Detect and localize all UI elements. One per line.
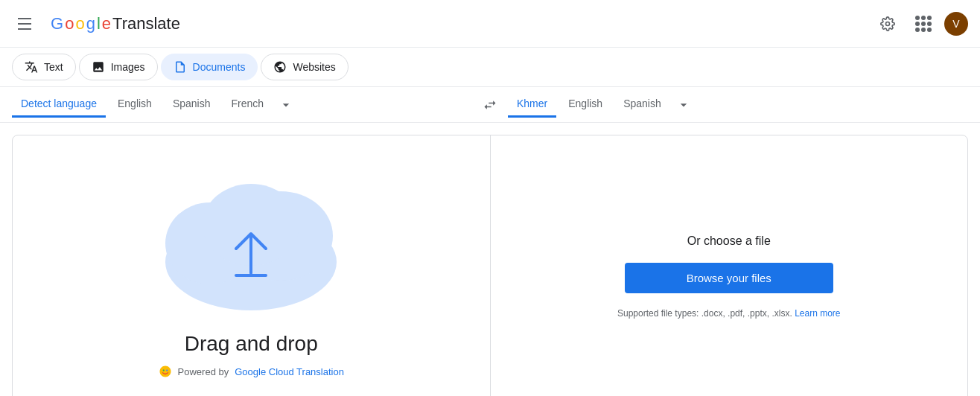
source-lang-english[interactable]: English (109, 92, 161, 118)
language-bar: Detect language English Spanish French K… (0, 87, 980, 123)
app-logo: Google Translate (51, 14, 180, 33)
logo-o2: o (75, 14, 84, 33)
tab-images-label: Images (111, 61, 145, 73)
cloud-upload-icon (147, 165, 355, 314)
image-icon (92, 60, 105, 74)
gear-icon (880, 16, 895, 31)
source-lang-more-button[interactable] (276, 92, 296, 118)
logo-l: l (97, 14, 101, 33)
avatar[interactable]: V (944, 12, 968, 36)
tab-text[interactable]: Text (12, 54, 76, 80)
powered-by-prefix: Powered by (178, 366, 229, 377)
supported-types-text: Supported file types: .docx, .pdf, .pptx… (617, 308, 841, 319)
tab-documents-label: Documents (193, 61, 246, 73)
browse-files-panel: Or choose a file Browse your files Suppo… (491, 135, 968, 396)
source-lang-spanish[interactable]: Spanish (164, 92, 220, 118)
document-icon (174, 60, 187, 74)
learn-more-link[interactable]: Learn more (795, 308, 840, 319)
chevron-down-icon (676, 98, 691, 112)
tab-websites-label: Websites (293, 61, 335, 73)
logo-g2: g (86, 14, 95, 33)
powered-by: Powered by Google Cloud Translation (150, 356, 353, 387)
settings-button[interactable] (873, 9, 903, 39)
swap-icon (483, 98, 497, 112)
browse-files-button[interactable]: Browse your files (625, 263, 833, 293)
source-lang-french[interactable]: French (222, 92, 273, 118)
source-language-bar: Detect language English Spanish French (12, 92, 472, 118)
hamburger-menu-button[interactable] (12, 9, 42, 39)
powered-by-link[interactable]: Google Cloud Translation (235, 366, 344, 377)
target-language-bar: Khmer English Spanish (508, 92, 968, 118)
swap-languages-button[interactable] (472, 87, 508, 123)
drag-drop-panel[interactable]: Drag and drop Powered by Google Cloud Tr… (13, 135, 491, 396)
tab-websites[interactable]: Websites (261, 54, 348, 80)
target-lang-more-button[interactable] (673, 92, 694, 118)
apps-button[interactable] (909, 9, 938, 39)
tab-text-label: Text (44, 61, 63, 73)
main-content: Drag and drop Powered by Google Cloud Tr… (12, 135, 968, 396)
logo-g: G (51, 14, 63, 33)
target-lang-english[interactable]: English (559, 92, 611, 118)
svg-point-0 (886, 22, 890, 25)
choose-file-label: Or choose a file (687, 234, 771, 248)
logo-e: e (102, 14, 111, 33)
tab-images[interactable]: Images (79, 54, 158, 80)
target-lang-khmer[interactable]: Khmer (508, 92, 556, 118)
cloud-upload-area (147, 165, 355, 314)
tabs-row: Text Images Documents Websites (0, 48, 980, 87)
logo-o1: o (65, 14, 74, 33)
target-lang-spanish[interactable]: Spanish (614, 92, 670, 118)
grid-icon (915, 16, 932, 32)
header-left: Google Translate (12, 9, 180, 39)
header: Google Translate V (0, 0, 980, 48)
translate-icon (25, 60, 38, 74)
google-cloud-icon (159, 365, 172, 378)
tab-documents[interactable]: Documents (161, 54, 258, 80)
hamburger-icon (18, 15, 36, 33)
header-right: V (873, 9, 968, 39)
app-name: Translate (112, 14, 180, 33)
drag-drop-label: Drag and drop (185, 332, 318, 356)
source-lang-detect[interactable]: Detect language (12, 92, 106, 118)
globe-icon (273, 60, 287, 74)
chevron-down-icon (279, 98, 293, 112)
